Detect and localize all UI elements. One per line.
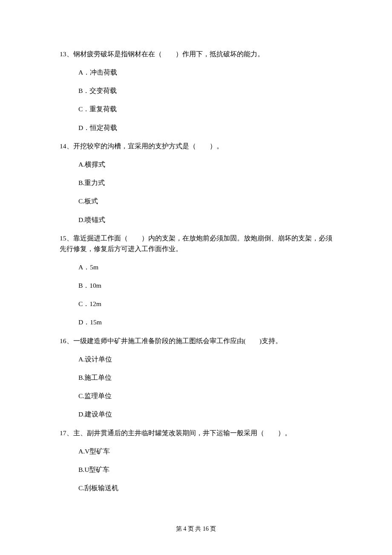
option-d: D．15m (60, 317, 332, 328)
question-number: 15、 (60, 234, 73, 242)
document-page: 13、钢材疲劳破坏是指钢材在在（ ）作用下，抵抗破坏的能力。 A．冲击荷载 B．… (0, 0, 392, 555)
question-text: 17、主、副井贯通后的主井临时罐笼改装期间，井下运输一般采用（ ）。 (60, 428, 332, 439)
option-d: D．恒定荷载 (60, 123, 332, 133)
option-a: A.设计单位 (60, 354, 332, 365)
option-c: C．12m (60, 299, 332, 309)
option-a: A.V型矿车 (60, 446, 332, 457)
option-c: C.刮板输送机 (60, 483, 332, 494)
question-13: 13、钢材疲劳破坏是指钢材在在（ ）作用下，抵抗破坏的能力。 A．冲击荷载 B．… (60, 49, 332, 133)
option-a: A．5m (60, 262, 332, 273)
question-text: 16、一级建造师中矿井施工准备阶段的施工图纸会审工作应由( )支持。 (60, 336, 332, 347)
option-a: A.横撑式 (60, 159, 332, 170)
option-b: B．10m (60, 280, 332, 291)
question-16: 16、一级建造师中矿井施工准备阶段的施工图纸会审工作应由( )支持。 A.设计单… (60, 336, 332, 420)
page-footer: 第 4 页 共 16 页 (0, 524, 392, 534)
question-stem: 钢材疲劳破坏是指钢材在在（ ）作用下，抵抗破坏的能力。 (73, 50, 264, 58)
question-14: 14、开挖较窄的沟槽，宜采用的支护方式是（ ）。 A.横撑式 B.重力式 C.板… (60, 141, 332, 225)
option-b: B.重力式 (60, 178, 332, 188)
question-number: 13、 (60, 50, 73, 58)
question-stem: 开挖较窄的沟槽，宜采用的支护方式是（ ）。 (73, 142, 223, 150)
option-c: C．重复荷载 (60, 104, 332, 115)
option-d: D.建设单位 (60, 409, 332, 420)
question-text: 15、靠近掘进工作面（ ）内的支架，在放炮前必须加固。放炮崩倒、崩坏的支架，必须… (60, 233, 332, 254)
option-d: D.喷锚式 (60, 215, 332, 225)
option-c: C.板式 (60, 196, 332, 207)
question-15: 15、靠近掘进工作面（ ）内的支架，在放炮前必须加固。放炮崩倒、崩坏的支架，必须… (60, 233, 332, 328)
option-c: C.监理单位 (60, 391, 332, 402)
question-text: 13、钢材疲劳破坏是指钢材在在（ ）作用下，抵抗破坏的能力。 (60, 49, 332, 60)
option-a: A．冲击荷载 (60, 67, 332, 78)
question-text: 14、开挖较窄的沟槽，宜采用的支护方式是（ ）。 (60, 141, 332, 152)
question-17: 17、主、副井贯通后的主井临时罐笼改装期间，井下运输一般采用（ ）。 A.V型矿… (60, 428, 332, 494)
question-number: 16、 (60, 337, 73, 344)
question-number: 17、 (60, 429, 73, 436)
option-b: B.U型矿车 (60, 465, 332, 475)
question-stem: 靠近掘进工作面（ ）内的支架，在放炮前必须加固。放炮崩倒、崩坏的支架，必须先行修… (60, 234, 332, 252)
question-stem: 一级建造师中矿井施工准备阶段的施工图纸会审工作应由( )支持。 (73, 337, 282, 344)
option-b: B．交变荷载 (60, 86, 332, 96)
question-stem: 主、副井贯通后的主井临时罐笼改装期间，井下运输一般采用（ ）。 (73, 429, 291, 436)
option-b: B.施工单位 (60, 373, 332, 383)
question-number: 14、 (60, 142, 73, 150)
